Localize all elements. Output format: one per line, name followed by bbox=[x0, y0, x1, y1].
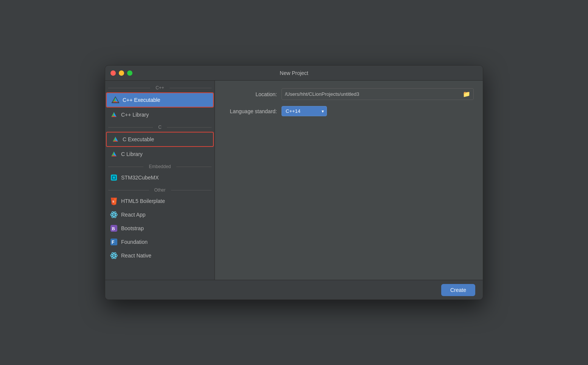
sidebar-item-cpp-executable-label: C++ Executable bbox=[123, 97, 160, 103]
close-button[interactable] bbox=[110, 70, 116, 76]
maximize-button[interactable] bbox=[127, 70, 132, 76]
react-icon bbox=[110, 211, 118, 219]
language-label: Language standard: bbox=[224, 108, 277, 114]
cmake-icon bbox=[111, 96, 120, 104]
section-header-other: Other bbox=[105, 184, 215, 194]
sidebar-item-stm32cubemx[interactable]: STM32CubeMX bbox=[105, 171, 215, 184]
section-header-cpp: C++ bbox=[105, 82, 215, 92]
sidebar-item-react-native-label: React Native bbox=[121, 253, 151, 259]
svg-point-31 bbox=[113, 255, 115, 256]
foundation-icon: F bbox=[110, 238, 118, 246]
bottom-bar: Create bbox=[105, 280, 483, 299]
title-bar: New Project bbox=[105, 66, 483, 81]
create-button[interactable]: Create bbox=[441, 284, 475, 296]
sidebar-item-c-library[interactable]: C Library bbox=[105, 147, 215, 161]
cmake-icon-3 bbox=[111, 135, 120, 144]
new-project-window: New Project C++ C++ E bbox=[105, 65, 483, 300]
sidebar-item-bootstrap-label: Bootstrap bbox=[121, 225, 144, 231]
sidebar-item-foundation[interactable]: F Foundation bbox=[105, 235, 215, 249]
react-native-icon bbox=[110, 251, 118, 260]
language-select-wrapper: C++14 C++11 C++17 C++20 ▾ bbox=[282, 106, 327, 116]
content-panel: Location: 📁 Language standard: C++14 C++… bbox=[215, 81, 483, 280]
sidebar-item-c-executable[interactable]: C Executable bbox=[106, 132, 214, 147]
sidebar-item-c-executable-label: C Executable bbox=[123, 136, 154, 142]
sidebar-item-react-native[interactable]: React Native bbox=[105, 249, 215, 262]
language-row: Language standard: C++14 C++11 C++17 C++… bbox=[224, 106, 474, 116]
sidebar-item-foundation-label: Foundation bbox=[121, 239, 148, 245]
location-input-wrapper: 📁 bbox=[282, 88, 474, 100]
svg-rect-16 bbox=[113, 176, 115, 179]
section-header-embedded: Embedded bbox=[105, 161, 215, 171]
cmake-icon-4 bbox=[110, 150, 118, 158]
sidebar-item-react-app[interactable]: React App bbox=[105, 208, 215, 221]
sidebar-item-html5[interactable]: 5 HTML5 Boilerplate bbox=[105, 194, 215, 208]
section-header-c: C bbox=[105, 122, 215, 131]
sidebar-item-cpp-executable[interactable]: C++ Executable bbox=[106, 92, 214, 108]
language-select[interactable]: C++14 C++11 C++17 C++20 bbox=[282, 106, 327, 116]
window-title: New Project bbox=[280, 70, 308, 76]
minimize-button[interactable] bbox=[119, 70, 124, 76]
traffic-lights bbox=[110, 70, 132, 76]
stm32-icon bbox=[110, 173, 118, 182]
sidebar-item-bootstrap[interactable]: B Bootstrap bbox=[105, 221, 215, 235]
location-row: Location: 📁 bbox=[224, 88, 474, 100]
html5-icon: 5 bbox=[110, 197, 118, 205]
sidebar-item-html5-label: HTML5 Boilerplate bbox=[121, 198, 165, 204]
location-label: Location: bbox=[224, 91, 277, 97]
sidebar-item-react-app-label: React App bbox=[121, 212, 146, 218]
location-input[interactable] bbox=[285, 91, 463, 97]
svg-text:B: B bbox=[112, 226, 115, 231]
browse-button[interactable]: 📁 bbox=[463, 90, 470, 98]
sidebar-item-cpp-library[interactable]: C++ Library bbox=[105, 108, 215, 122]
sidebar-item-stm32-label: STM32CubeMX bbox=[121, 175, 159, 181]
svg-point-23 bbox=[113, 214, 115, 215]
sidebar-item-cpp-library-label: C++ Library bbox=[121, 112, 149, 118]
bootstrap-icon: B bbox=[110, 224, 118, 232]
svg-text:F: F bbox=[112, 240, 114, 245]
main-content: C++ C++ Executable bbox=[105, 81, 483, 280]
svg-text:5: 5 bbox=[112, 200, 114, 203]
cmake-icon-2 bbox=[110, 111, 118, 119]
sidebar: C++ C++ Executable bbox=[105, 81, 215, 280]
sidebar-item-c-library-label: C Library bbox=[121, 151, 143, 157]
